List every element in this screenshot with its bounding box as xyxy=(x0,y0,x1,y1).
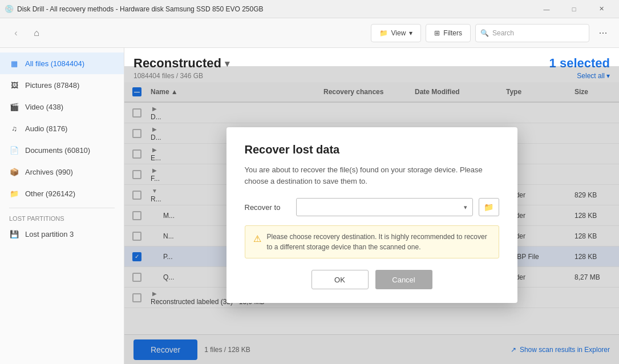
sidebar-item-all-files[interactable]: ▦ All files (1084404) xyxy=(0,52,124,74)
recover-modal: Recover lost data You are about to recov… xyxy=(226,127,517,303)
app-container: ‹ ⌂ 📁 View ▾ ⊞ Filters 🔍 Search ··· xyxy=(0,18,619,364)
modal-title: Recover lost data xyxy=(245,143,499,156)
audio-icon: ♫ xyxy=(9,123,19,134)
warning-box: ⚠ Please choose recovery destination. It… xyxy=(245,225,499,258)
destination-select-wrapper: ▾ xyxy=(296,198,473,216)
warning-text: Please choose recovery destination. It i… xyxy=(267,232,491,252)
window-title: Disk Drill - All recovery methods - Hard… xyxy=(17,5,533,13)
chevron-down-icon: ▾ xyxy=(409,29,412,37)
back-button[interactable]: ‹ xyxy=(7,24,25,42)
maximize-button[interactable]: □ xyxy=(561,0,587,18)
sidebar-item-pictures[interactable]: 🖼 Pictures (87848) xyxy=(0,74,124,96)
home-button[interactable]: ⌂ xyxy=(27,24,46,42)
pictures-icon: 🖼 xyxy=(9,80,19,90)
sidebar-item-label: Other (926142) xyxy=(25,189,75,198)
search-icon: 🔍 xyxy=(480,29,489,37)
archives-icon: 📦 xyxy=(9,167,19,177)
filters-label: Filters xyxy=(443,29,462,37)
folder-browse-icon: 📁 xyxy=(484,203,493,212)
modal-buttons: OK Cancel xyxy=(245,270,499,289)
view-button[interactable]: 📁 View ▾ xyxy=(371,24,422,42)
cancel-button[interactable]: Cancel xyxy=(375,270,432,289)
sidebar-item-audio[interactable]: ♫ Audio (8176) xyxy=(0,118,124,139)
sidebar-item-label: Audio (8176) xyxy=(25,124,67,133)
sidebar-item-video[interactable]: 🎬 Video (438) xyxy=(0,96,124,118)
titlebar: 💿 Disk Drill - All recovery methods - Ha… xyxy=(0,0,619,18)
sidebar-item-other[interactable]: 📁 Other (926142) xyxy=(0,183,124,204)
modal-overlay: Recover lost data You are about to recov… xyxy=(124,66,619,364)
toolbar-actions: 📁 View ▾ ⊞ Filters 🔍 Search ··· xyxy=(371,24,612,42)
sidebar-item-documents[interactable]: 📄 Documents (60810) xyxy=(0,139,124,161)
ok-button[interactable]: OK xyxy=(311,270,369,289)
other-icon: 📁 xyxy=(9,188,19,199)
main-panel: Reconstructed ▾ 1084404 files / 346 GB 1… xyxy=(124,48,619,364)
browse-folder-button[interactable]: 📁 xyxy=(479,198,499,216)
more-button[interactable]: ··· xyxy=(594,24,612,42)
partition-icon: 💾 xyxy=(9,229,19,239)
folder-icon: 📁 xyxy=(379,29,388,37)
nav-buttons: ‹ ⌂ xyxy=(7,24,46,42)
recover-to-row: Recover to ▾ 📁 xyxy=(245,198,499,216)
search-box[interactable]: 🔍 Search xyxy=(475,24,589,42)
sidebar-item-lost-partition[interactable]: 💾 Lost partition 3 xyxy=(0,223,124,245)
all-files-icon: ▦ xyxy=(9,58,19,68)
video-icon: 🎬 xyxy=(9,102,19,112)
toolbar: ‹ ⌂ 📁 View ▾ ⊞ Filters 🔍 Search ··· xyxy=(0,18,619,48)
destination-select[interactable] xyxy=(296,198,473,216)
warning-icon: ⚠ xyxy=(253,232,261,252)
window-controls: — □ ✕ xyxy=(533,0,614,18)
sidebar-divider xyxy=(9,208,115,208)
sidebar-item-label: Documents (60810) xyxy=(25,146,90,155)
lost-partitions-section: Lost partitions xyxy=(0,212,124,223)
filter-icon: ⊞ xyxy=(434,29,440,37)
recover-to-label: Recover to xyxy=(245,203,290,212)
content-area: ▦ All files (1084404) 🖼 Pictures (87848)… xyxy=(0,48,619,364)
close-button[interactable]: ✕ xyxy=(588,0,614,18)
minimize-button[interactable]: — xyxy=(533,0,560,18)
sidebar: ▦ All files (1084404) 🖼 Pictures (87848)… xyxy=(0,48,124,364)
sidebar-item-archives[interactable]: 📦 Archives (990) xyxy=(0,161,124,183)
sidebar-item-label: Archives (990) xyxy=(25,168,73,176)
sidebar-item-label: Lost partition 3 xyxy=(25,230,74,238)
sidebar-item-label: Pictures (87848) xyxy=(25,81,79,90)
app-icon: 💿 xyxy=(5,5,14,14)
view-label: View xyxy=(391,29,406,37)
documents-icon: 📄 xyxy=(9,145,19,155)
sidebar-item-label: Video (438) xyxy=(25,103,63,111)
search-placeholder: Search xyxy=(492,29,514,37)
filters-button[interactable]: ⊞ Filters xyxy=(426,24,471,42)
sidebar-item-label: All files (1084404) xyxy=(25,59,84,68)
modal-description: You are about to recover the file(s) fou… xyxy=(245,164,499,187)
